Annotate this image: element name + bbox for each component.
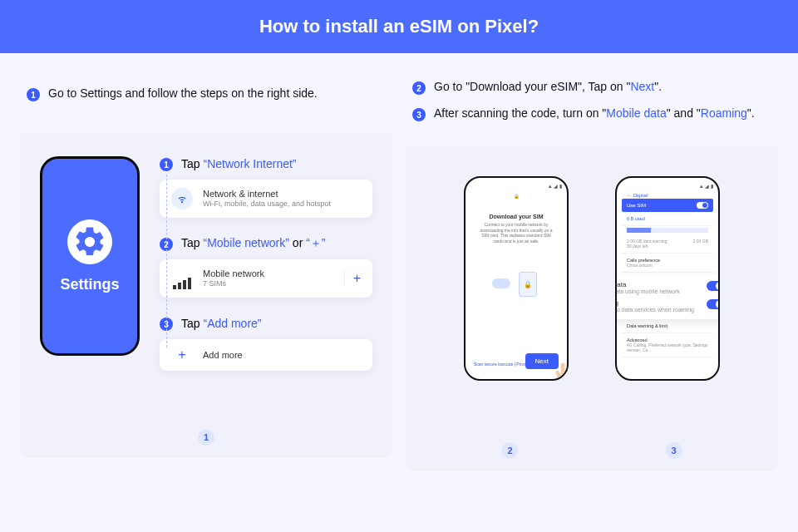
status-bar: ▲ ◢ ▮: [470, 183, 562, 189]
lock-icon: 🔒: [514, 194, 520, 199]
mobile-network-card[interactable]: Mobile network 7 SIMs +: [160, 259, 372, 298]
panel-number-2: 2: [501, 442, 518, 459]
advanced-row[interactable]: Advanced4G Calling, Preferred network ty…: [622, 333, 713, 357]
mobile-data-overlay: Mobile data Access data using mobile net…: [615, 274, 720, 319]
card-title: Network & internet: [203, 188, 331, 200]
page-title: How to install an eSIM on Pixel?: [259, 16, 539, 37]
roaming-sub: Connect to data services when roaming: [615, 307, 694, 313]
sim-settings-phone: ▲ ◢ ▮ ← Digicel Use SIM 0 B used 2.00 GB…: [615, 176, 720, 381]
download-sim-title: Download your SIM: [470, 214, 562, 219]
wifi-icon: [171, 188, 193, 209]
gear-icon: [67, 219, 112, 264]
card-subtitle: Wi-Fi, mobile, data usage, and hotspot: [203, 200, 331, 209]
intro-badge-1: 1: [27, 88, 40, 101]
network-internet-card[interactable]: Network & internet Wi-Fi, mobile, data u…: [160, 180, 372, 218]
use-sim-row[interactable]: Use SIM: [622, 199, 713, 212]
roaming-label: Roaming: [615, 299, 694, 307]
add-more-card[interactable]: + Add more: [160, 339, 372, 371]
signal-icon: [171, 268, 193, 289]
carrier-label: ← Digicel: [622, 190, 713, 199]
panel-number-3: 3: [666, 442, 682, 459]
calls-preference-row[interactable]: Calls preferenceChina unicom: [622, 254, 713, 273]
intro-badge-3: 3: [412, 108, 426, 121]
step-connector-line: [166, 175, 167, 347]
card-title: Add more: [203, 349, 243, 361]
sim-box-icon: [519, 272, 537, 297]
step-badge-1: 1: [160, 158, 173, 171]
intro-badge-2: 2: [412, 81, 426, 95]
download-sim-subtitle: Connect to your mobile network by downlo…: [470, 219, 562, 244]
sim-illustration: [487, 272, 545, 303]
data-used-row: 0 B used: [622, 212, 713, 226]
data-warning-row[interactable]: Data warning & limit: [622, 319, 713, 333]
download-sim-phone: ▲ ◢ ▮ 🔒 Download your SIM Connect to you…: [464, 176, 569, 381]
right-panel: ▲ ◢ ▮ 🔒 Download your SIM Connect to you…: [406, 146, 778, 470]
settings-label: Settings: [60, 276, 119, 293]
step-1: 1 Tap “Network Internet” Network & inter…: [160, 156, 372, 218]
settings-phone-illustration: Settings: [40, 156, 140, 356]
mobile-data-toggle[interactable]: [707, 281, 720, 291]
left-panel: Settings 1 Tap “Network Internet”: [20, 133, 392, 457]
toggle-on-icon: [697, 202, 708, 209]
pointer-hand-icon: [718, 304, 720, 332]
svg-point-0: [181, 202, 182, 203]
roaming-toggle[interactable]: [707, 299, 720, 309]
mobile-data-sub: Access data using mobile network: [615, 288, 680, 294]
card-subtitle: 7 SIMs: [203, 279, 264, 289]
pointer-hand-icon: [552, 361, 569, 381]
card-title: Mobile network: [203, 268, 264, 279]
step-3: 3 Tap “Add more” + Add more: [160, 316, 372, 371]
right-intro: 2 Go to "Download your eSIM", Tap on "Ne…: [406, 66, 778, 146]
step-2: 2 Tap “Mobile network” or “＋” Mobile net…: [160, 236, 372, 298]
left-intro: 1 Go to Settings and follow the steps on…: [20, 66, 392, 133]
plus-icon[interactable]: +: [344, 271, 361, 286]
plus-icon: +: [171, 347, 193, 362]
panel-number-1: 1: [198, 429, 214, 446]
data-usage-bar: [627, 228, 708, 233]
intro-text-1: Go to Settings and follow the steps on t…: [48, 86, 318, 100]
status-bar: ▲ ◢ ▮: [622, 183, 713, 189]
mobile-data-label: Mobile data: [615, 281, 680, 288]
hero-banner: How to install an eSIM on Pixel?: [0, 0, 798, 53]
cloud-icon: [492, 278, 510, 288]
